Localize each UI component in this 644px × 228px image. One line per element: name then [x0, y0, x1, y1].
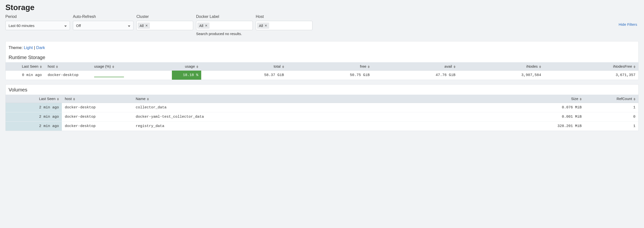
host-input[interactable]: All ✕	[256, 21, 312, 30]
theme-dark-link[interactable]: Dark	[36, 45, 45, 50]
filters-row: Period Last 60 minutes Auto-Refresh Off …	[6, 15, 638, 36]
sort-icon	[580, 98, 582, 100]
vol-col-last-seen[interactable]: Last Seen	[6, 95, 62, 103]
cell-size: 0.076 MiB	[526, 103, 584, 112]
col-free-label: free	[360, 64, 366, 68]
col-last-seen[interactable]: Last Seen	[6, 62, 45, 71]
caret-down-icon	[64, 24, 67, 28]
col-total[interactable]: total	[201, 62, 287, 71]
col-inodes-free[interactable]: iNodesFree	[544, 62, 638, 71]
col-avail[interactable]: avail	[372, 62, 458, 71]
filter-cluster: Cluster All ✕	[136, 15, 193, 30]
sort-icon	[196, 65, 198, 68]
vol-col-host-label: host	[65, 97, 72, 101]
cell-size: 0.001 MiB	[526, 112, 584, 122]
filter-cluster-label: Cluster	[136, 15, 193, 19]
cell-name: docker-yaml-test_collector_data	[133, 112, 526, 122]
page-title: Storage	[6, 3, 638, 12]
vol-col-size-label: Size	[571, 97, 578, 101]
col-free[interactable]: free	[287, 62, 373, 71]
cell-refcount: 0	[584, 112, 638, 122]
sort-icon	[147, 98, 149, 100]
sort-icon	[539, 65, 541, 68]
runtime-storage-table: Last Seen host usage (%) usage total fre…	[6, 62, 638, 80]
col-last-seen-label: Last Seen	[22, 64, 38, 68]
col-inodes-free-label: iNodesFree	[613, 64, 632, 68]
sort-icon	[112, 65, 114, 68]
theme-light-link[interactable]: Light	[24, 45, 33, 50]
sort-icon	[634, 65, 636, 68]
cluster-chip[interactable]: All ✕	[138, 23, 150, 29]
docker-label-input[interactable]: All ✕	[196, 21, 253, 30]
cell-name: registry_data	[133, 122, 526, 131]
filter-auto-refresh-label: Auto-Refresh	[73, 15, 134, 19]
volumes-table: Last Seen host Name Size RefCount 2 min …	[6, 95, 638, 131]
period-select-value: Last 60 minutes	[8, 24, 34, 28]
close-icon[interactable]: ✕	[205, 24, 208, 28]
table-row: 0 min ago docker-desktop 18.18 % 58.37 G…	[6, 71, 638, 80]
sort-icon	[57, 98, 59, 100]
volumes-panel: Volumes Last Seen host Name Size RefCoun…	[6, 84, 638, 131]
cell-refcount: 1	[584, 122, 638, 131]
col-usage-pct[interactable]: usage (%)	[91, 62, 172, 71]
cell-avail: 47.76 GiB	[372, 71, 458, 80]
period-select[interactable]: Last 60 minutes	[6, 21, 70, 30]
vol-col-last-seen-label: Last Seen	[39, 97, 56, 101]
close-icon[interactable]: ✕	[264, 24, 267, 28]
col-avail-label: avail	[444, 64, 452, 68]
col-total-label: total	[274, 64, 280, 68]
docker-label-chip-label: All	[199, 24, 204, 28]
cell-refcount: 1	[584, 103, 638, 112]
cell-host: docker-desktop	[62, 122, 133, 131]
filter-docker-label-label: Docker Label	[196, 15, 253, 19]
sort-icon	[634, 98, 636, 100]
cell-size: 328.201 MiB	[526, 122, 584, 131]
vol-col-refcount-label: RefCount	[616, 97, 632, 101]
vol-col-name-label: Name	[136, 97, 146, 101]
theme-prefix: Theme:	[8, 45, 24, 50]
close-icon[interactable]: ✕	[145, 24, 148, 28]
col-inodes[interactable]: iNodes	[458, 62, 544, 71]
vol-col-name[interactable]: Name	[133, 95, 526, 103]
col-host[interactable]: host	[45, 62, 91, 71]
docker-label-chip[interactable]: All ✕	[197, 23, 210, 29]
auto-refresh-select[interactable]: Off	[73, 21, 134, 30]
cell-last-seen: 0 min ago	[6, 71, 45, 80]
cell-usage-bar	[91, 71, 172, 80]
cluster-chip-label: All	[140, 24, 144, 28]
cell-host: docker-desktop	[45, 71, 91, 80]
sort-icon	[40, 65, 42, 68]
vol-col-host[interactable]: host	[62, 95, 133, 103]
vol-col-size[interactable]: Size	[526, 95, 584, 103]
cluster-input[interactable]: All ✕	[136, 21, 193, 30]
col-inodes-label: iNodes	[526, 64, 538, 68]
host-chip-label: All	[259, 24, 263, 28]
sort-icon	[73, 98, 75, 100]
col-usage[interactable]: usage	[172, 62, 201, 71]
cell-inodes: 3,907,584	[458, 71, 544, 80]
usage-bar	[94, 77, 124, 77]
cell-total: 58.37 GiB	[201, 71, 287, 80]
filter-auto-refresh: Auto-Refresh Off	[73, 15, 134, 30]
vol-col-refcount[interactable]: RefCount	[584, 95, 638, 103]
runtime-storage-title: Runtime Storage	[6, 55, 638, 62]
table-row: 2 min ago docker-desktop docker-yaml-tes…	[6, 112, 638, 122]
theme-sep: |	[33, 45, 36, 50]
filter-docker-label: Docker Label All ✕ Search produced no re…	[196, 15, 253, 36]
cell-last-seen: 2 min ago	[6, 103, 62, 112]
col-usage-pct-label: usage (%)	[94, 64, 111, 68]
theme-bar: Theme: Light | Dark	[6, 44, 638, 55]
filter-period: Period Last 60 minutes	[6, 15, 70, 30]
cell-host: docker-desktop	[62, 103, 133, 112]
hide-filters-link[interactable]: Hide Filters	[618, 22, 638, 27]
cell-host: docker-desktop	[62, 112, 133, 122]
cell-name: collector_data	[133, 103, 526, 112]
sort-icon	[368, 65, 370, 68]
table-row: 2 min ago docker-desktop registry_data 3…	[6, 122, 638, 131]
cell-usage-pct: 18.18 %	[172, 71, 201, 80]
host-chip[interactable]: All ✕	[257, 23, 269, 29]
table-row: 2 min ago docker-desktop collector_data …	[6, 103, 638, 112]
filter-host-label: Host	[256, 15, 312, 19]
docker-label-no-results: Search produced no results.	[196, 32, 253, 36]
runtime-storage-panel: Theme: Light | Dark Runtime Storage Last…	[6, 41, 638, 80]
